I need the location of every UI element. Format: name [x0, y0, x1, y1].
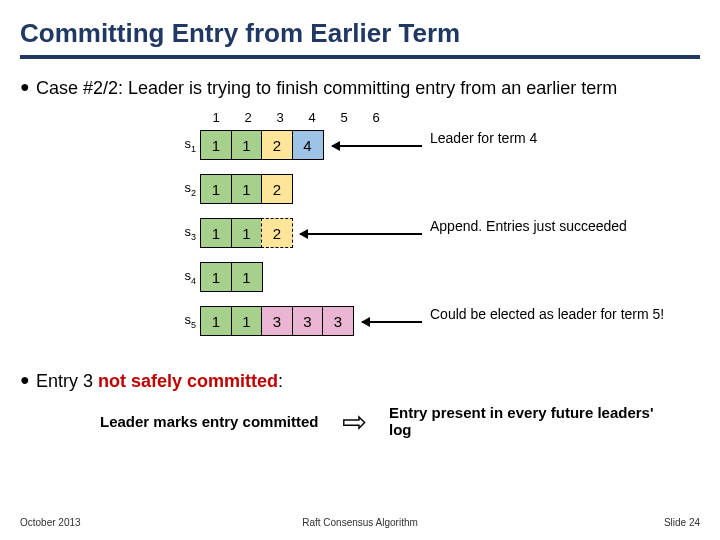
bullet-1: ● Case #2/2: Leader is trying to finish …	[0, 77, 720, 100]
server-label-s5: s5	[168, 312, 196, 330]
log-cell: 1	[200, 174, 232, 204]
bottom-implication: Leader marks entry committed ⇨ Entry pre…	[0, 404, 720, 439]
log-diagram: 1 2 3 4 5 6 s1 1 1 2 4 Leader for term 4…	[0, 110, 720, 356]
log-cell: 3	[292, 306, 324, 336]
server-label-s2: s2	[168, 180, 196, 198]
slide-title: Committing Entry from Earlier Term	[0, 0, 720, 55]
log-cell: 1	[200, 218, 232, 248]
log-cell: 4	[292, 130, 324, 160]
log-row-s4: 1 1	[200, 262, 263, 292]
bottom-left-text: Leader marks entry committed	[100, 413, 320, 430]
arrow-icon	[332, 145, 422, 147]
implication-arrow-icon: ⇨	[342, 404, 367, 439]
log-cell: 1	[231, 218, 263, 248]
index-cell: 2	[232, 110, 264, 125]
log-row-s1: 1 1 2 4	[200, 130, 324, 160]
log-cell: 1	[231, 174, 263, 204]
annotation-append: Append. Entries just succeeded	[430, 218, 627, 236]
footer-slide-number: Slide 24	[473, 517, 700, 528]
log-cell: 1	[200, 306, 232, 336]
log-cell: 3	[322, 306, 354, 336]
bullet-dot-icon: ●	[20, 77, 36, 100]
log-row-s3: 1 1 2	[200, 218, 293, 248]
annotation-leader: Leader for term 4	[430, 130, 537, 148]
bullet-1-text: Case #2/2: Leader is trying to finish co…	[36, 77, 617, 100]
log-cell-dashed: 2	[261, 218, 293, 248]
index-row: 1 2 3 4 5 6	[200, 110, 392, 125]
index-cell: 6	[360, 110, 392, 125]
index-cell: 1	[200, 110, 232, 125]
arrow-icon	[362, 321, 422, 323]
bullet-2: ● Entry 3 not safely committed:	[0, 370, 720, 393]
log-cell: 1	[200, 130, 232, 160]
footer-date: October 2013	[20, 517, 247, 528]
bullet-2-text: Entry 3 not safely committed:	[36, 370, 283, 393]
index-cell: 4	[296, 110, 328, 125]
bullet-dot-icon: ●	[20, 370, 36, 393]
log-cell: 2	[261, 130, 293, 160]
log-cell: 1	[231, 306, 263, 336]
log-row-s2: 1 1 2	[200, 174, 293, 204]
server-label-s1: s1	[168, 136, 196, 154]
index-cell: 3	[264, 110, 296, 125]
unsafe-highlight: not safely committed	[98, 371, 278, 391]
server-label-s3: s3	[168, 224, 196, 242]
annotation-elected: Could be elected as leader for term 5!	[430, 306, 664, 324]
bottom-right-text: Entry present in every future leaders' l…	[389, 404, 680, 438]
title-underline	[20, 55, 700, 59]
log-cell: 2	[261, 174, 293, 204]
log-cell: 1	[231, 262, 263, 292]
footer: October 2013 Raft Consensus Algorithm Sl…	[0, 517, 720, 528]
arrow-icon	[300, 233, 422, 235]
index-cell: 5	[328, 110, 360, 125]
server-label-s4: s4	[168, 268, 196, 286]
log-cell: 1	[200, 262, 232, 292]
log-row-s5: 1 1 3 3 3	[200, 306, 354, 336]
log-cell: 1	[231, 130, 263, 160]
log-cell: 3	[261, 306, 293, 336]
footer-title: Raft Consensus Algorithm	[247, 517, 474, 528]
